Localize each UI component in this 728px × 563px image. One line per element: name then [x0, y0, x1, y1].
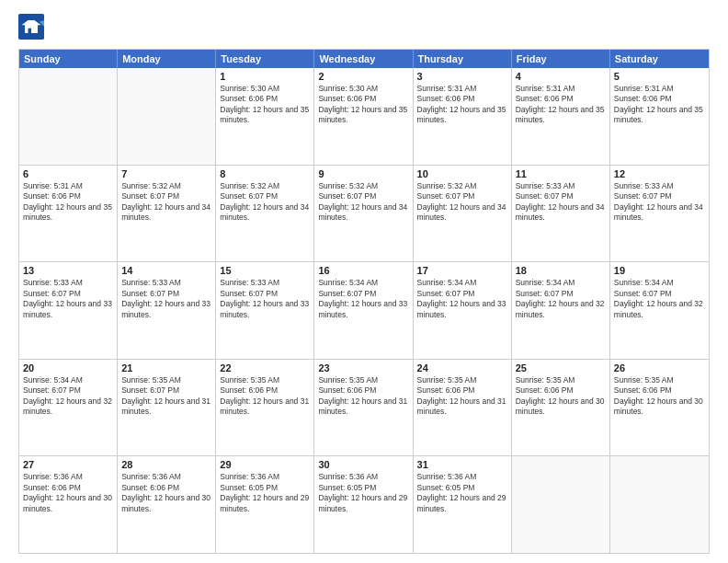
cell-info: Sunrise: 5:35 AM Sunset: 6:06 PM Dayligh… [516, 375, 606, 418]
day-number: 5 [614, 71, 705, 82]
cell-info: Sunrise: 5:32 AM Sunset: 6:07 PM Dayligh… [318, 181, 408, 224]
day-cell-12: 12Sunrise: 5:33 AM Sunset: 6:07 PM Dayli… [610, 166, 709, 262]
day-cell-31: 31Sunrise: 5:36 AM Sunset: 6:05 PM Dayli… [414, 456, 512, 553]
day-cell-21: 21Sunrise: 5:35 AM Sunset: 6:07 PM Dayli… [118, 360, 216, 456]
day-number: 11 [516, 168, 606, 179]
header [18, 14, 710, 40]
week-row-4: 20Sunrise: 5:34 AM Sunset: 6:07 PM Dayli… [19, 360, 709, 457]
day-cell-5: 5Sunrise: 5:31 AM Sunset: 6:06 PM Daylig… [610, 68, 709, 165]
cell-info: Sunrise: 5:33 AM Sunset: 6:07 PM Dayligh… [220, 278, 310, 320]
cell-info: Sunrise: 5:30 AM Sunset: 6:06 PM Dayligh… [318, 84, 408, 126]
day-cell-11: 11Sunrise: 5:33 AM Sunset: 6:07 PM Dayli… [512, 166, 610, 262]
cell-info: Sunrise: 5:33 AM Sunset: 6:07 PM Dayligh… [614, 181, 705, 224]
day-cell-22: 22Sunrise: 5:35 AM Sunset: 6:06 PM Dayli… [216, 360, 314, 456]
cell-info: Sunrise: 5:32 AM Sunset: 6:07 PM Dayligh… [121, 181, 211, 224]
empty-cell [610, 456, 709, 553]
day-cell-7: 7Sunrise: 5:32 AM Sunset: 6:07 PM Daylig… [118, 166, 216, 262]
cell-info: Sunrise: 5:31 AM Sunset: 6:06 PM Dayligh… [417, 84, 507, 126]
day-number: 12 [614, 168, 705, 179]
day-number: 30 [318, 459, 408, 470]
empty-cell [118, 68, 216, 165]
day-number: 1 [220, 71, 310, 82]
day-cell-10: 10Sunrise: 5:32 AM Sunset: 6:07 PM Dayli… [414, 166, 512, 262]
empty-cell [19, 68, 118, 165]
cell-info: Sunrise: 5:35 AM Sunset: 6:06 PM Dayligh… [417, 375, 507, 418]
day-cell-16: 16Sunrise: 5:34 AM Sunset: 6:07 PM Dayli… [314, 262, 413, 359]
day-number: 19 [614, 265, 705, 276]
cell-info: Sunrise: 5:36 AM Sunset: 6:05 PM Dayligh… [220, 472, 310, 514]
cell-info: Sunrise: 5:31 AM Sunset: 6:06 PM Dayligh… [23, 181, 113, 224]
day-number: 18 [516, 265, 606, 276]
day-number: 31 [417, 459, 507, 470]
day-cell-20: 20Sunrise: 5:34 AM Sunset: 6:07 PM Dayli… [19, 360, 118, 456]
cell-info: Sunrise: 5:36 AM Sunset: 6:06 PM Dayligh… [121, 472, 211, 514]
cell-info: Sunrise: 5:31 AM Sunset: 6:06 PM Dayligh… [516, 84, 606, 126]
cell-info: Sunrise: 5:34 AM Sunset: 6:07 PM Dayligh… [417, 278, 507, 320]
calendar-body: 1Sunrise: 5:30 AM Sunset: 6:06 PM Daylig… [19, 68, 709, 553]
header-day-friday: Friday [512, 50, 610, 68]
cell-info: Sunrise: 5:33 AM Sunset: 6:07 PM Dayligh… [23, 278, 113, 320]
day-number: 3 [417, 71, 507, 82]
cell-info: Sunrise: 5:35 AM Sunset: 6:06 PM Dayligh… [220, 375, 310, 418]
day-number: 20 [23, 362, 113, 373]
logo [18, 14, 48, 40]
cell-info: Sunrise: 5:36 AM Sunset: 6:05 PM Dayligh… [417, 472, 507, 514]
day-number: 8 [220, 168, 310, 179]
day-number: 2 [318, 71, 408, 82]
day-cell-15: 15Sunrise: 5:33 AM Sunset: 6:07 PM Dayli… [216, 262, 314, 359]
cell-info: Sunrise: 5:36 AM Sunset: 6:06 PM Dayligh… [23, 472, 113, 514]
day-cell-23: 23Sunrise: 5:35 AM Sunset: 6:06 PM Dayli… [314, 360, 413, 456]
header-day-monday: Monday [118, 50, 216, 68]
day-number: 26 [614, 362, 705, 373]
header-day-saturday: Saturday [610, 50, 709, 68]
day-cell-13: 13Sunrise: 5:33 AM Sunset: 6:07 PM Dayli… [19, 262, 118, 359]
day-cell-29: 29Sunrise: 5:36 AM Sunset: 6:05 PM Dayli… [216, 456, 314, 553]
day-number: 14 [121, 265, 211, 276]
day-cell-1: 1Sunrise: 5:30 AM Sunset: 6:06 PM Daylig… [216, 68, 314, 165]
cell-info: Sunrise: 5:35 AM Sunset: 6:06 PM Dayligh… [318, 375, 408, 418]
cell-info: Sunrise: 5:33 AM Sunset: 6:07 PM Dayligh… [121, 278, 211, 320]
day-cell-14: 14Sunrise: 5:33 AM Sunset: 6:07 PM Dayli… [118, 262, 216, 359]
day-number: 17 [417, 265, 507, 276]
cell-info: Sunrise: 5:34 AM Sunset: 6:07 PM Dayligh… [318, 278, 408, 320]
day-cell-24: 24Sunrise: 5:35 AM Sunset: 6:06 PM Dayli… [414, 360, 512, 456]
day-number: 9 [318, 168, 408, 179]
cell-info: Sunrise: 5:35 AM Sunset: 6:07 PM Dayligh… [121, 375, 211, 418]
day-cell-28: 28Sunrise: 5:36 AM Sunset: 6:06 PM Dayli… [118, 456, 216, 553]
cell-info: Sunrise: 5:32 AM Sunset: 6:07 PM Dayligh… [417, 181, 507, 224]
day-number: 24 [417, 362, 507, 373]
header-day-tuesday: Tuesday [216, 50, 314, 68]
day-cell-8: 8Sunrise: 5:32 AM Sunset: 6:07 PM Daylig… [216, 166, 314, 262]
day-number: 22 [220, 362, 310, 373]
calendar: SundayMondayTuesdayWednesdayThursdayFrid… [18, 49, 710, 554]
day-number: 27 [23, 459, 113, 470]
day-cell-4: 4Sunrise: 5:31 AM Sunset: 6:06 PM Daylig… [512, 68, 610, 165]
day-number: 4 [516, 71, 606, 82]
day-number: 25 [516, 362, 606, 373]
cell-info: Sunrise: 5:31 AM Sunset: 6:06 PM Dayligh… [614, 84, 705, 126]
cell-info: Sunrise: 5:34 AM Sunset: 6:07 PM Dayligh… [516, 278, 606, 320]
header-day-thursday: Thursday [414, 50, 512, 68]
day-cell-9: 9Sunrise: 5:32 AM Sunset: 6:07 PM Daylig… [314, 166, 413, 262]
cell-info: Sunrise: 5:35 AM Sunset: 6:06 PM Dayligh… [614, 375, 705, 418]
day-number: 21 [121, 362, 211, 373]
cell-info: Sunrise: 5:32 AM Sunset: 6:07 PM Dayligh… [220, 181, 310, 224]
day-cell-6: 6Sunrise: 5:31 AM Sunset: 6:06 PM Daylig… [19, 166, 118, 262]
day-number: 15 [220, 265, 310, 276]
cell-info: Sunrise: 5:33 AM Sunset: 6:07 PM Dayligh… [516, 181, 606, 224]
calendar-header: SundayMondayTuesdayWednesdayThursdayFrid… [19, 50, 709, 68]
day-number: 7 [121, 168, 211, 179]
week-row-5: 27Sunrise: 5:36 AM Sunset: 6:06 PM Dayli… [19, 456, 709, 553]
week-row-1: 1Sunrise: 5:30 AM Sunset: 6:06 PM Daylig… [19, 68, 709, 166]
day-number: 10 [417, 168, 507, 179]
day-number: 28 [121, 459, 211, 470]
day-cell-3: 3Sunrise: 5:31 AM Sunset: 6:06 PM Daylig… [414, 68, 512, 165]
week-row-3: 13Sunrise: 5:33 AM Sunset: 6:07 PM Dayli… [19, 262, 709, 360]
header-day-sunday: Sunday [19, 50, 118, 68]
day-cell-19: 19Sunrise: 5:34 AM Sunset: 6:07 PM Dayli… [610, 262, 709, 359]
logo-icon [18, 14, 44, 40]
empty-cell [512, 456, 610, 553]
cell-info: Sunrise: 5:36 AM Sunset: 6:05 PM Dayligh… [318, 472, 408, 514]
day-cell-26: 26Sunrise: 5:35 AM Sunset: 6:06 PM Dayli… [610, 360, 709, 456]
day-cell-18: 18Sunrise: 5:34 AM Sunset: 6:07 PM Dayli… [512, 262, 610, 359]
